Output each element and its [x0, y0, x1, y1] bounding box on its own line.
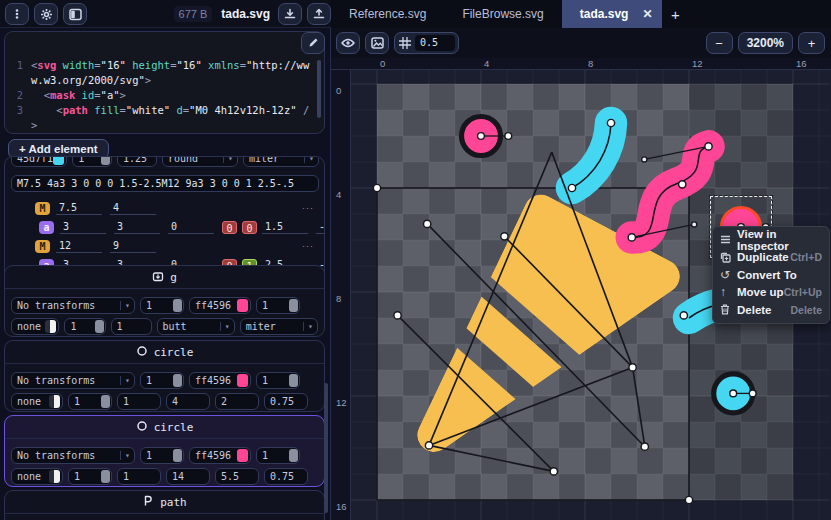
menu-item-convert-to[interactable]: ↺Convert To	[713, 266, 829, 284]
stroke-color-field[interactable]: none	[11, 468, 63, 485]
command-value[interactable]: 9	[110, 240, 156, 253]
settings-button[interactable]	[34, 3, 58, 25]
arc-flag[interactable]: 0	[242, 221, 257, 234]
path-command-row[interactable]: M129···	[11, 238, 318, 254]
path-handle[interactable]	[679, 181, 686, 188]
dropdown-miter[interactable]: miter▾	[243, 156, 319, 167]
color-field[interactable]: ff4596	[189, 297, 251, 314]
slider-field[interactable]: 1	[140, 447, 184, 464]
slider-knob[interactable]	[173, 374, 182, 387]
path-handle[interactable]	[568, 184, 575, 191]
color-field[interactable]: 45d7f1	[11, 156, 67, 167]
path-handle[interactable]	[685, 496, 692, 503]
menu-item-duplicate[interactable]: DuplicateCtrl+D	[713, 249, 829, 267]
new-tab-button[interactable]: +	[662, 0, 688, 28]
path-handle[interactable]	[705, 143, 712, 150]
circle-handle[interactable]	[478, 133, 485, 140]
slider-field[interactable]: 1	[68, 468, 112, 485]
number-field[interactable]: 2	[215, 393, 259, 410]
slider-knob[interactable]	[289, 374, 298, 387]
dropdown-round[interactable]: round▾	[162, 156, 238, 167]
tab-FileBrowse.svg[interactable]: FileBrowse.svg	[444, 0, 561, 28]
menu-item-delete[interactable]: DeleteDelete	[713, 301, 829, 319]
path-handle[interactable]	[628, 234, 635, 241]
slider-knob[interactable]	[101, 470, 110, 483]
slider-field[interactable]: 1	[72, 156, 112, 167]
path-d-input[interactable]: M7.5 4a3 3 0 0 0 1.5-2.5M12 9a3 3 0 0 1 …	[11, 175, 319, 192]
control-point-handle[interactable]	[642, 157, 647, 162]
edit-code-button[interactable]	[301, 32, 325, 54]
dropdown-butt[interactable]: butt▾	[157, 318, 235, 335]
dropdown-no-transforms[interactable]: No transforms▾	[11, 297, 135, 314]
slider-knob[interactable]	[101, 395, 110, 408]
slider-field[interactable]: 1	[256, 447, 300, 464]
none-swatch[interactable]	[49, 395, 60, 408]
number-field[interactable]: 4	[166, 393, 210, 410]
section-header-circle[interactable]: circle	[5, 341, 324, 364]
command-value[interactable]: 12	[56, 240, 102, 253]
color-swatch[interactable]	[237, 299, 248, 312]
path-handle[interactable]	[394, 312, 401, 319]
command-value[interactable]: 3	[60, 221, 106, 234]
number-field[interactable]: 14	[166, 468, 210, 485]
color-swatch[interactable]	[237, 374, 248, 387]
slider-field[interactable]: 1	[256, 372, 300, 389]
grid-size-input[interactable]: 0.5	[415, 35, 455, 51]
slider-field[interactable]: 1	[68, 393, 112, 410]
zoom-level[interactable]: 3200%	[738, 32, 793, 54]
code-scrollbar[interactable]	[317, 60, 321, 118]
slider-field[interactable]: 1	[140, 372, 184, 389]
section-header-circle[interactable]: circle	[5, 416, 324, 439]
section-header-g[interactable]: g	[5, 266, 324, 289]
zoom-out-button[interactable]: −	[706, 32, 733, 54]
element-section-circle[interactable]: circleNo transforms▾1ff45961none11145.50…	[4, 415, 325, 487]
slider-knob[interactable]	[173, 299, 182, 312]
color-swatch[interactable]	[53, 156, 64, 165]
tab-Reference.svg[interactable]: Reference.svg	[331, 0, 444, 28]
number-field[interactable]: 1	[111, 318, 152, 335]
dropdown-no-transforms[interactable]: No transforms▾	[11, 372, 135, 389]
dropdown-miter[interactable]: miter▾	[240, 318, 318, 335]
background-image-button[interactable]	[365, 32, 389, 54]
slider-knob[interactable]	[173, 449, 182, 462]
path-handle[interactable]	[501, 233, 508, 240]
number-field[interactable]: 1	[117, 468, 161, 485]
download-button[interactable]	[278, 3, 302, 25]
zoom-in-button[interactable]: +	[798, 32, 825, 54]
tab-tada.svg[interactable]: tada.svg✕	[562, 0, 663, 28]
stroke-color-field[interactable]: none	[11, 393, 63, 410]
number-field[interactable]: 5.5	[215, 468, 259, 485]
visibility-button[interactable]	[336, 32, 360, 54]
path-handle[interactable]	[373, 184, 380, 191]
menu-button[interactable]	[5, 3, 29, 25]
dropdown-no-transforms[interactable]: No transforms▾	[11, 447, 135, 464]
slider-knob[interactable]	[101, 156, 110, 165]
tab-close-icon[interactable]: ✕	[642, 7, 652, 21]
arc-flag[interactable]: 0	[222, 221, 237, 234]
upload-button[interactable]	[307, 3, 331, 25]
stroke-color-field[interactable]: none	[11, 318, 59, 335]
none-swatch[interactable]	[45, 320, 56, 333]
code-lines[interactable]: 1<svg width="16" height="16" xmlns="http…	[11, 58, 314, 131]
command-value[interactable]: 1.5	[262, 221, 308, 234]
slider-knob[interactable]	[289, 449, 298, 462]
slider-field[interactable]: 1	[64, 318, 105, 335]
control-point-handle[interactable]	[692, 222, 697, 227]
slider-knob[interactable]	[95, 320, 104, 333]
layout-button[interactable]	[63, 3, 87, 25]
circle-handle[interactable]	[749, 390, 756, 397]
number-field[interactable]: 0.75	[264, 468, 308, 485]
none-swatch[interactable]	[49, 470, 60, 483]
circle-handle[interactable]	[730, 390, 737, 397]
section-header-path[interactable]: path	[5, 491, 324, 514]
canvas-viewport[interactable]: 0481216 0481216 View in InspectorDuplica…	[331, 58, 831, 520]
more-options-button[interactable]: ···	[302, 203, 318, 213]
element-section-g[interactable]: gNo transforms▾1ff45961none11butt▾miter▾	[4, 265, 325, 337]
number-field[interactable]: 1	[117, 393, 161, 410]
path-command-row[interactable]: a330001.5-2.5···	[11, 219, 318, 235]
path-handle[interactable]	[607, 119, 614, 126]
color-swatch[interactable]	[237, 449, 248, 462]
circle-handle[interactable]	[505, 133, 512, 140]
slider-field[interactable]: 1	[256, 297, 300, 314]
command-value[interactable]: -2.5	[316, 221, 325, 234]
